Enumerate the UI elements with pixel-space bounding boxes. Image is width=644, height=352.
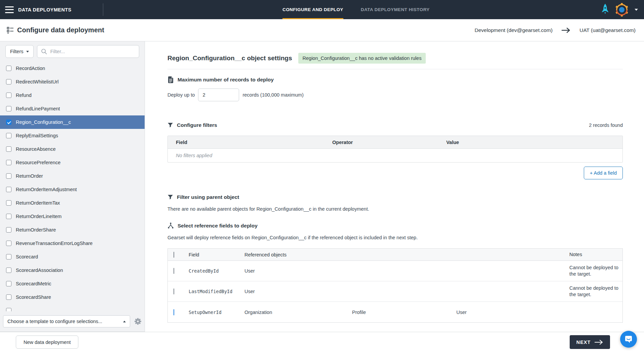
chat-launcher[interactable]	[620, 331, 637, 348]
checkbox[interactable]	[6, 119, 11, 125]
records-found: 2 records found	[589, 122, 623, 128]
parent-filter-heading-row: Filter using parent object	[167, 194, 623, 200]
sidebar-item[interactable]: ReturnOrderItemAdjustment	[0, 183, 145, 196]
referenced-object: Profile	[347, 310, 451, 315]
checkbox[interactable]	[6, 66, 11, 71]
sidebar-item[interactable]: ResourceAbsence	[0, 142, 145, 156]
sidebar-item-label: ReturnOrderLineItem	[16, 214, 62, 219]
page: DATA DEPLOYMENTS CONFIGURE AND DEPLOY DA…	[0, 0, 644, 352]
top-navbar: DATA DEPLOYMENTS CONFIGURE AND DEPLOY DA…	[0, 0, 644, 19]
sidebar-item-label: Region_Configuration__c	[16, 119, 71, 125]
rocket-icon[interactable]	[601, 3, 610, 16]
checkbox[interactable]	[6, 281, 11, 286]
search-icon	[41, 48, 47, 55]
checkbox[interactable]	[6, 106, 11, 111]
branch-icon	[167, 222, 174, 229]
checklist-icon	[7, 27, 14, 34]
sidebar-item-label: RecordAction	[16, 66, 45, 71]
col-field: Field	[168, 140, 324, 145]
chat-icon	[624, 335, 633, 344]
source-org: Development (dev@gearset.com)	[475, 27, 553, 33]
sidebar-item[interactable]: ScorecardMetric	[0, 277, 145, 290]
field-name: SetupOwnerId	[183, 310, 239, 315]
hamburger-icon[interactable]	[5, 6, 14, 13]
select-all-checkbox[interactable]	[174, 252, 174, 258]
col-value: Value	[438, 140, 622, 145]
checkbox[interactable]	[6, 173, 11, 179]
sidebar-item[interactable]: ResourcePreference	[0, 156, 145, 169]
checkbox[interactable]	[6, 93, 11, 98]
col-referenced-objects: Referenced objects	[239, 252, 347, 257]
filters-button-label: Filters	[10, 49, 23, 54]
checkbox[interactable]	[6, 294, 11, 300]
template-select[interactable]: Choose a template to configure selection…	[3, 315, 130, 327]
deploy-suffix-label: records (100,000 maximum)	[242, 92, 303, 98]
funnel-icon	[167, 195, 173, 200]
reference-table-header: Field Referenced objects Notes	[168, 249, 622, 261]
sidebar-item[interactable]: RedirectWhitelistUrl	[0, 75, 145, 89]
checkbox[interactable]	[6, 227, 11, 233]
checkbox[interactable]	[6, 200, 11, 206]
sidebar-item-label: ReturnOrderShare	[16, 227, 56, 233]
reference-fields-table: Field Referenced objects Notes CreatedBy…	[167, 248, 623, 323]
gearset-logo[interactable]	[615, 3, 629, 16]
tab-data-deployment-history[interactable]: DATA DEPLOYMENT HISTORY	[361, 0, 430, 19]
sidebar-item[interactable]: RefundLinePayment	[0, 102, 145, 115]
sidebar-item[interactable]: ReturnOrderLineItem	[0, 210, 145, 223]
row-notes: Cannot be deployed to the target.	[569, 285, 622, 298]
checkbox[interactable]	[6, 268, 11, 273]
checkbox[interactable]	[6, 241, 11, 246]
sidebar-item[interactable]: Scorecard	[0, 250, 145, 263]
footer-bar: New data deployment NEXT	[0, 332, 644, 352]
configure-filters-heading: Configure filters	[177, 122, 217, 128]
checkbox[interactable]	[6, 160, 11, 165]
template-select-label: Choose a template to configure selection…	[7, 319, 123, 324]
sidebar-item[interactable]: ReturnOrder	[0, 169, 145, 183]
tab-configure-and-deploy[interactable]: CONFIGURE AND DEPLOY	[282, 0, 343, 19]
sidebar-item[interactable]: ScorecardAssociation	[0, 263, 145, 277]
sidebar-item[interactable]	[0, 304, 145, 312]
new-data-deployment-button[interactable]: New data deployment	[16, 336, 78, 349]
checkbox[interactable]	[6, 254, 11, 259]
checkbox[interactable]	[6, 79, 11, 84]
sidebar-item-label: RevenueTransactionErrorLogShare	[16, 241, 92, 246]
checkbox[interactable]	[6, 146, 11, 152]
checkbox[interactable]	[6, 187, 11, 192]
object-filter-input[interactable]	[50, 49, 135, 54]
sidebar-item-label: ReturnOrderItemTax	[16, 200, 60, 206]
sidebar-item-label: RefundLinePayment	[16, 106, 60, 111]
sidebar-item[interactable]: RevenueTransactionErrorLogShare	[0, 237, 145, 250]
col-operator: Operator	[324, 140, 438, 145]
sidebar-item[interactable]: Refund	[0, 89, 145, 102]
sidebar-item-label: ReplyEmailSettings	[16, 133, 58, 138]
sidebar-item[interactable]: ScorecardShare	[0, 290, 145, 304]
add-field-button[interactable]: + Add a field	[584, 167, 623, 179]
sidebar-item[interactable]: ReplyEmailSettings	[0, 129, 145, 142]
configure-filters-row: Configure filters 2 records found	[167, 122, 623, 128]
sidebar-item[interactable]: ReturnOrderItemTax	[0, 196, 145, 210]
checkbox[interactable]	[174, 288, 174, 294]
next-button-label: NEXT	[576, 340, 591, 345]
row-notes: Cannot be deployed to the target.	[569, 265, 622, 277]
sidebar-item[interactable]: ReturnOrderShare	[0, 223, 145, 237]
account-caret-down-icon[interactable]	[635, 9, 638, 11]
max-records-input[interactable]	[198, 89, 239, 101]
sidebar-item-label: Refund	[16, 93, 32, 98]
checkbox[interactable]	[6, 133, 11, 138]
next-button[interactable]: NEXT	[570, 335, 610, 349]
sidebar-item-label: Scorecard	[16, 254, 38, 259]
checkbox[interactable]	[6, 214, 11, 219]
target-org: UAT (uat@gearset.com)	[579, 27, 636, 33]
checkbox[interactable]	[174, 309, 174, 315]
deploy-row: Deploy up to records (100,000 maximum)	[167, 89, 623, 101]
gear-icon[interactable]	[134, 318, 142, 325]
caret-up-icon	[123, 321, 126, 322]
col-field: Field	[183, 252, 239, 257]
page-header: Configure data deployment Development (d…	[0, 19, 644, 41]
sidebar-item-selected[interactable]: Region_Configuration__c	[0, 115, 145, 129]
checkbox[interactable]	[174, 268, 174, 274]
filters-dropdown-button[interactable]: Filters	[5, 45, 34, 58]
sidebar-item[interactable]: RecordAction	[0, 62, 145, 75]
referenced-object: User	[451, 310, 569, 315]
reference-fields-heading-row: Select reference fields to deploy	[167, 222, 623, 229]
